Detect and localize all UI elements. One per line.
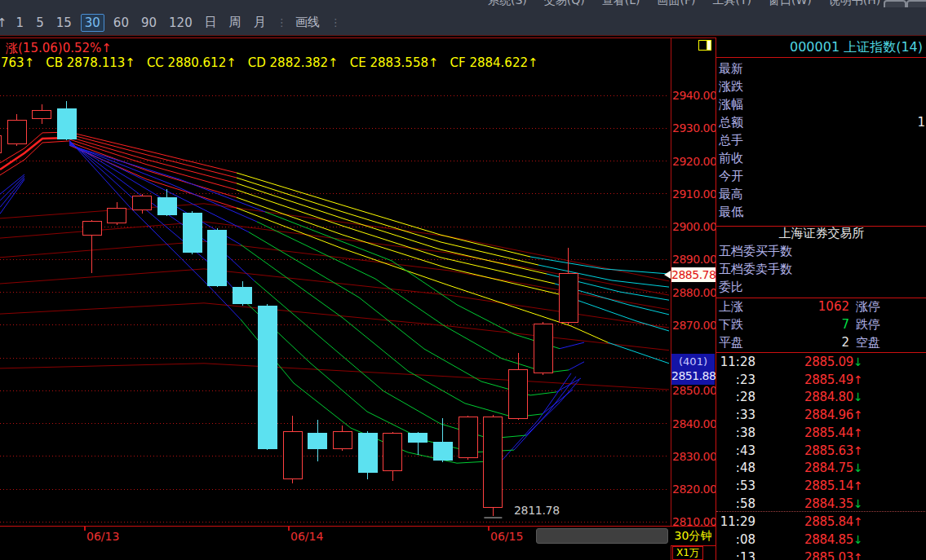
bar-count: (401) bbox=[671, 354, 715, 369]
depth-row: 五档委卖手数 bbox=[716, 260, 926, 278]
up-arrow-icon: ↑ bbox=[853, 371, 863, 389]
down-arrow-icon: ↓ bbox=[853, 353, 863, 371]
menu-item[interactable]: 说明书(H) bbox=[829, 0, 880, 10]
volume-pane[interactable] bbox=[0, 545, 671, 560]
price-axis: 2940.002930.002920.002910.002900.002890.… bbox=[671, 37, 716, 560]
price-axis-label: 2850.00 bbox=[672, 384, 715, 397]
quote-row: 涨跌 bbox=[716, 77, 926, 95]
ma-line bbox=[556, 378, 581, 392]
tick-time: :08 bbox=[716, 531, 755, 549]
quote-row: 总额1 bbox=[716, 113, 926, 131]
menu-bar: 系统(S)交易(Q)查看(L)画面(F)工具(T)窗口(W)说明书(H) bbox=[0, 0, 926, 10]
tick-row: :532885.14↑ bbox=[716, 477, 926, 495]
breadth-row: 下跌7跌停 bbox=[716, 315, 926, 333]
period-toolbar: ↑ 1515306090120日周月 ⋮ 画线 ⋮ bbox=[0, 10, 926, 35]
tick-time: :33 bbox=[716, 406, 755, 424]
quote-label: 最低 bbox=[719, 203, 743, 221]
period-button-周[interactable]: 周 bbox=[226, 14, 245, 31]
ma-line bbox=[569, 362, 584, 370]
breadth-label2: 跌停 bbox=[856, 315, 880, 333]
scrollbar-thumb[interactable] bbox=[536, 528, 668, 544]
menu-item[interactable]: 交易(Q) bbox=[544, 0, 585, 10]
price-axis-label: 2930.00 bbox=[672, 121, 715, 134]
change-readout: 涨(15.06)0.52%↑ bbox=[6, 41, 112, 56]
candle bbox=[509, 353, 528, 420]
quote-value: 1 bbox=[917, 113, 925, 131]
ma-line bbox=[608, 342, 669, 364]
marker-price: 2851.88 bbox=[671, 369, 715, 383]
pane-layout-icon[interactable] bbox=[698, 40, 711, 51]
period-button-30[interactable]: 30 bbox=[81, 14, 104, 32]
up-arrow-icon: ↑ bbox=[853, 513, 863, 531]
quote-label: 涨幅 bbox=[719, 95, 743, 113]
period-button-15[interactable]: 15 bbox=[53, 15, 75, 31]
toolbar-overflow-icon[interactable]: ⋮ bbox=[330, 16, 340, 29]
period-button-120[interactable]: 120 bbox=[166, 15, 196, 31]
tick-price: 2885.09 bbox=[765, 353, 853, 371]
menu-item[interactable]: 系统(S) bbox=[488, 0, 527, 10]
ma-line bbox=[255, 281, 526, 439]
up-arrow-icon: ↑ bbox=[853, 549, 863, 560]
quote-row: 最高 bbox=[716, 185, 926, 203]
ma-line bbox=[538, 265, 669, 287]
price-axis-label: 2870.00 bbox=[672, 319, 715, 332]
ma-line bbox=[69, 143, 249, 232]
menu-item[interactable]: 画面(F) bbox=[658, 0, 696, 10]
tick-price: 2884.96 bbox=[765, 406, 853, 424]
depth-label: 委比 bbox=[719, 278, 743, 296]
breadth-label2: 空盘 bbox=[856, 333, 880, 351]
tick-time: 11:28 bbox=[716, 353, 755, 371]
candle bbox=[383, 432, 402, 481]
quote-row: 涨幅 bbox=[716, 95, 926, 113]
period-button-日[interactable]: 日 bbox=[202, 14, 220, 31]
candle bbox=[233, 281, 252, 306]
tick-row: :382885.44↑ bbox=[716, 424, 926, 442]
ma-value-label: CF 2884.622↑ bbox=[450, 55, 538, 70]
quote-label: 总额 bbox=[719, 113, 743, 131]
tick-time: :43 bbox=[716, 442, 755, 460]
window-button[interactable] bbox=[906, 0, 926, 7]
period-button-月[interactable]: 月 bbox=[250, 14, 269, 31]
candle bbox=[0, 134, 1, 152]
date-label: 06/13 bbox=[86, 530, 119, 543]
tick-price: 2884.35 bbox=[765, 495, 853, 513]
menu-item[interactable]: 工具(T) bbox=[712, 0, 751, 10]
tick-price: 2884.80 bbox=[765, 388, 853, 406]
candle bbox=[433, 418, 452, 462]
breadth-label: 下跌 bbox=[719, 315, 743, 333]
candle bbox=[308, 420, 327, 461]
toolbar-overflow-icon[interactable]: ⋮ bbox=[277, 16, 286, 29]
menu-item[interactable]: 窗口(W) bbox=[769, 0, 812, 10]
period-button-90[interactable]: 90 bbox=[138, 15, 160, 31]
breadth-value: 2 bbox=[841, 333, 849, 351]
period-button-1[interactable]: 1 bbox=[13, 15, 28, 31]
up-arrow-icon: ↑ bbox=[853, 406, 863, 424]
symbol-title[interactable]: 000001 上证指数(14) bbox=[716, 37, 926, 58]
window-button[interactable] bbox=[884, 0, 906, 7]
down-arrow-icon: ↓ bbox=[853, 531, 863, 549]
draw-line-button[interactable]: 画线 bbox=[292, 14, 323, 31]
price-axis-label: 2900.00 bbox=[672, 220, 715, 233]
ma-values-readout: 763↑CB 2878.113↑CC 2880.612↑CD 2882.382↑… bbox=[1, 55, 538, 70]
quote-label: 涨跌 bbox=[719, 77, 743, 95]
period-button-60[interactable]: 60 bbox=[110, 15, 132, 31]
tick-row: :082884.85↓ bbox=[716, 531, 926, 549]
price-axis-label: 2830.00 bbox=[672, 450, 715, 463]
candle bbox=[283, 416, 302, 483]
tick-row: :282884.80↓ bbox=[716, 388, 926, 406]
menu-item[interactable]: 查看(L) bbox=[602, 0, 640, 10]
ma-line bbox=[560, 342, 584, 349]
tick-row: :232885.49↑ bbox=[716, 371, 926, 389]
candlestick-chart[interactable] bbox=[0, 37, 671, 560]
period-button-5[interactable]: 5 bbox=[33, 15, 47, 31]
ma-line bbox=[69, 139, 237, 190]
current-price-marker: 2885.78 bbox=[671, 267, 716, 282]
price-axis-label: 2940.00 bbox=[672, 89, 715, 102]
quote-panel: 000001 上证指数(14) 最新涨跌涨幅总额1总手前收今开最高最低上海证券交… bbox=[716, 37, 926, 560]
down-arrow-icon: ↓ bbox=[853, 388, 863, 406]
tick-time: :38 bbox=[716, 424, 755, 442]
period-label[interactable]: 30分钟 bbox=[671, 526, 716, 546]
up-arrow-icon: ↑ bbox=[853, 477, 863, 495]
up-arrow-icon: ↑ bbox=[853, 424, 863, 442]
candle bbox=[7, 114, 26, 146]
